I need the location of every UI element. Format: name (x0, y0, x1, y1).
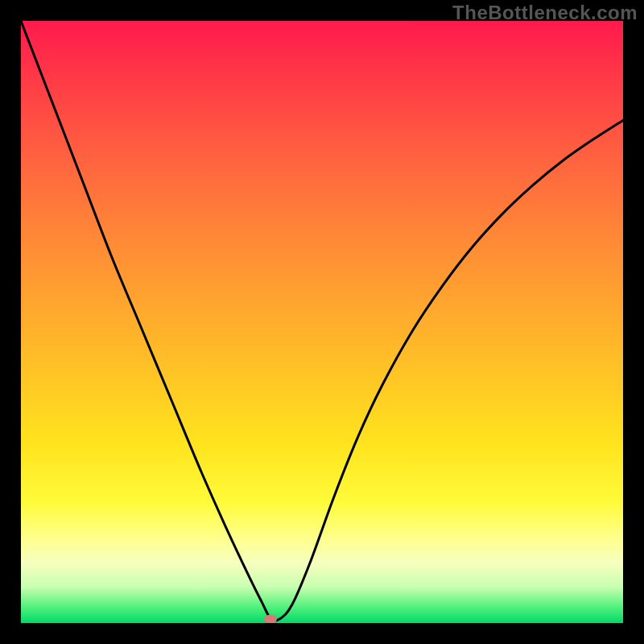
chart-container: TheBottleneck.com (0, 0, 644, 644)
watermark-text: TheBottleneck.com (452, 2, 638, 24)
bottleneck-curve (21, 21, 623, 621)
curve-svg (21, 21, 623, 623)
optimum-marker (264, 614, 277, 623)
plot-area (21, 21, 623, 623)
